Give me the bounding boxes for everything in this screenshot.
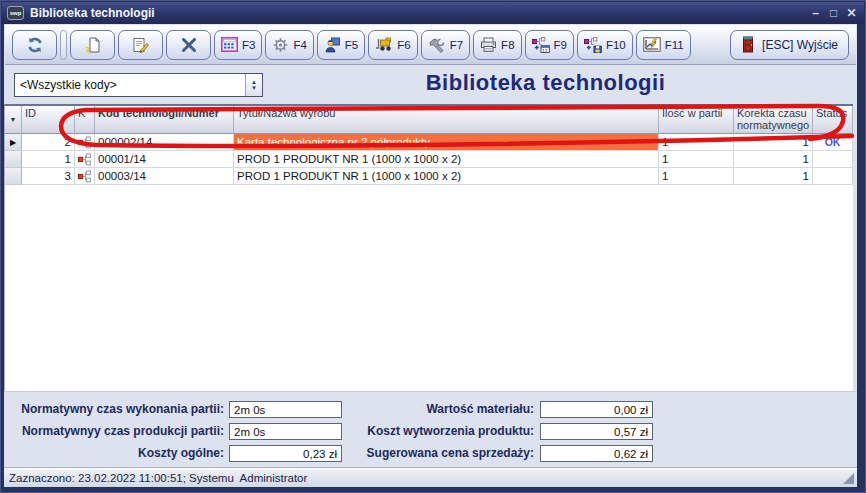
status-text: Zaznaczono: 23.02.2022 11:00:51; Systemu… [9, 472, 307, 484]
bom-icon [75, 151, 95, 168]
code-filter-combo[interactable]: ▲ ▼ [14, 73, 263, 97]
edit-button[interactable] [118, 30, 163, 60]
toolbar: F3 F4 F5 F6 F7 F8 [5, 25, 856, 65]
edit-document-icon [132, 37, 149, 53]
cell-kod: 000002/14 [95, 134, 234, 151]
column-header-tytul[interactable]: Tytuł/Nazwa wyrobu [234, 106, 659, 134]
minimize-button[interactable]: – [808, 6, 823, 21]
suggested-price-field[interactable]: 0,62 zł [540, 445, 653, 462]
cell-id: 1 [22, 151, 75, 168]
refresh-icon [26, 37, 44, 53]
table-row[interactable]: 1 00001/14 PROD 1 PRODUKT NR 1 (1000 x 1… [5, 151, 853, 168]
table-row[interactable]: ▶ 2 000002/14 Karta technologiczna nr 2 … [5, 134, 853, 151]
cost-summary-form: Normatywny czas wykonania partii: 2m 0s … [4, 391, 857, 468]
worker-f5-button[interactable]: F5 [317, 30, 365, 60]
status-bar: Zaznaczono: 23.02.2022 11:00:51; Systemu… [4, 468, 857, 487]
cell-ilosc: 1 [659, 134, 734, 151]
new-document-icon [85, 37, 101, 53]
status-badge: OK [813, 134, 853, 151]
grid-header: ▼ ID K Kod technologii/Numer Tytuł/Nazwa… [5, 106, 853, 134]
row-selector-arrow-icon: ▶ [5, 134, 22, 151]
tools-f7-button[interactable]: F7 [421, 30, 470, 60]
cell-kod: 00003/14 [95, 168, 234, 185]
f4-label: F4 [293, 39, 306, 51]
table-row[interactable]: 3 00003/14 PROD 1 PRODUKT NR 1 (1000 x 1… [5, 168, 853, 185]
window-title: Biblioteka technologii [30, 6, 155, 20]
door-icon [741, 36, 756, 53]
column-header-k[interactable]: K [75, 106, 95, 134]
cell-ilosc: 1 [659, 151, 734, 168]
gear-icon [272, 37, 289, 53]
maximize-button[interactable]: □ [826, 6, 841, 21]
cell-korekta: 1 [734, 168, 813, 185]
technology-grid: ▼ ID K Kod technologii/Numer Tytuł/Nazwa… [4, 104, 853, 391]
column-header-ilosc[interactable]: Ilość w partii [659, 106, 734, 134]
printer-icon [480, 37, 497, 52]
column-header-id[interactable]: ID [22, 106, 75, 134]
title-bar[interactable]: swp Biblioteka technologii – □ ✕ [2, 2, 864, 24]
app-logo-icon: swp [7, 6, 24, 20]
form-label: Normatywnyy czas produkcji partii: [4, 423, 224, 440]
new-button[interactable] [70, 30, 115, 60]
client-area: F3 F4 F5 F6 F7 F8 [4, 24, 857, 487]
view-f3-button[interactable]: F3 [214, 30, 262, 60]
normative-batch-time-field[interactable]: 2m 0s [229, 401, 342, 418]
form-label: Sugerowana cena sprzedaży: [334, 445, 534, 462]
cell-kod: 00001/14 [95, 151, 234, 168]
bom-icon [75, 134, 95, 151]
print-f8-button[interactable]: F8 [473, 30, 521, 60]
close-button[interactable]: ✕ [844, 6, 859, 21]
tools-icon [428, 37, 446, 53]
code-filter-input[interactable] [15, 74, 245, 96]
f11-label: F11 [665, 39, 684, 51]
forklift-icon [375, 37, 393, 52]
delete-x-icon [181, 38, 197, 52]
spinner-down-icon[interactable]: ▼ [251, 85, 257, 91]
form-label: Koszt wytworzenia produktu: [334, 423, 534, 440]
app-window: swp Biblioteka technologii – □ ✕ [0, 0, 866, 493]
exit-label: [ESC] Wyjście [762, 38, 838, 52]
delete-button[interactable] [166, 30, 211, 60]
copy-f10-button[interactable]: F10 [577, 30, 633, 60]
worker-icon [324, 37, 341, 53]
hierarchy-plus-save-icon [584, 37, 602, 53]
page-title: Biblioteka technologii [271, 70, 820, 96]
column-header-status[interactable]: Status [813, 106, 853, 134]
form-label: Normatywny czas wykonania partii: [4, 401, 224, 418]
f10-label: F10 [606, 39, 626, 51]
chart-f11-button[interactable]: F11 [636, 30, 691, 60]
copy-f9-button[interactable]: F9 [525, 30, 574, 60]
cell-tytul: PROD 1 PRODUKT NR 1 (1000 x 1000 x 2) [234, 168, 659, 185]
exit-button[interactable]: [ESC] Wyjście [730, 30, 849, 60]
overhead-costs-field[interactable]: 0,23 zł [229, 445, 342, 462]
cell-status [813, 151, 853, 168]
toolbar-separator [60, 30, 67, 60]
grid-icon [221, 37, 238, 52]
f7-label: F7 [450, 39, 463, 51]
resize-grip[interactable] [843, 473, 854, 484]
column-header-kod[interactable]: Kod technologii/Numer [95, 106, 234, 134]
cell-ilosc: 1 [659, 168, 734, 185]
selector-header-cell[interactable]: ▼ [5, 106, 22, 134]
f9-label: F9 [554, 39, 567, 51]
form-label: Wartość materiału: [334, 401, 534, 418]
normative-production-time-field[interactable]: 2m 0s [229, 423, 342, 440]
row-selector-cell [5, 168, 22, 185]
material-value-field[interactable]: 0,00 zł [540, 401, 653, 418]
spinner-control[interactable]: ▲ ▼ [245, 74, 262, 96]
hierarchy-plus-table-icon [532, 37, 550, 53]
production-cost-field[interactable]: 0,57 zł [540, 423, 653, 440]
filter-bar: ▲ ▼ Biblioteka technologii [5, 66, 856, 103]
cell-id: 2 [22, 134, 75, 151]
technology-f4-button[interactable]: F4 [265, 30, 313, 60]
refresh-button[interactable] [12, 30, 57, 60]
row-selector-cell [5, 151, 22, 168]
column-header-korekta[interactable]: Korekta czasu normatywnego [734, 106, 813, 134]
f3-label: F3 [242, 39, 255, 51]
chart-icon [643, 37, 661, 52]
machine-f6-button[interactable]: F6 [368, 30, 417, 60]
f5-label: F5 [345, 39, 358, 51]
window-controls: – □ ✕ [808, 6, 859, 21]
selected-product-cell: Karta technologiczna nr 2 półprodukty [234, 134, 659, 151]
bom-icon [75, 168, 95, 185]
